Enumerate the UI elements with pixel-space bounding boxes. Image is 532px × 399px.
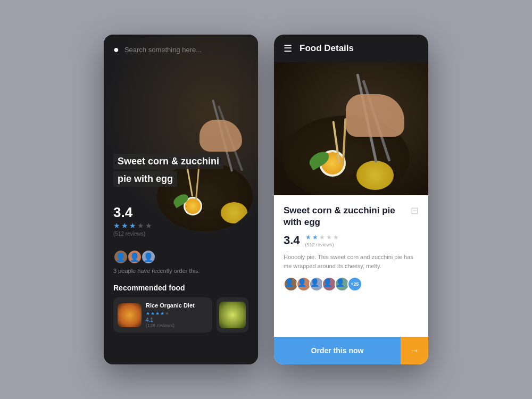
detail-rating-row: 3.4 ★ ★ ★ ★ ★ (512 reviews) — [284, 234, 419, 247]
star-3: ★ — [129, 221, 136, 230]
star-4: ★ — [137, 221, 144, 230]
hamburger-icon[interactable]: ☰ — [284, 44, 292, 53]
food-card-info-1: Rice Organic Diet ★ ★ ★ ★ ★ 4.1 (128 rev… — [146, 302, 208, 328]
recommended-food-row: Rice Organic Diet ★ ★ ★ ★ ★ 4.1 (128 rev… — [113, 297, 248, 332]
right-food-bowl — [282, 94, 420, 195]
right-food-image-area — [274, 62, 428, 195]
right-corn — [356, 161, 394, 190]
search-bar[interactable]: ● Search something here... — [113, 44, 248, 55]
detail-card: Sweet corn & zucchini pie with egg ⊟ 3.4… — [274, 195, 428, 337]
food-title-line2: pie with egg — [113, 171, 177, 187]
review-count: (512 reviews) — [113, 231, 152, 237]
recent-orderers-avatars: 👤 👤 👤 — [113, 250, 248, 264]
corn-decoration — [221, 202, 247, 223]
bookmark-icon[interactable]: ⊟ — [411, 205, 419, 217]
fc-star-1: ★ — [146, 311, 150, 316]
fc-star-3: ★ — [155, 311, 160, 316]
star-5: ★ — [145, 221, 152, 230]
food-thumb-image-2 — [219, 302, 246, 328]
d-star-1: ★ — [305, 234, 311, 241]
cta-arrow-button[interactable]: → — [401, 337, 428, 364]
food-card-small[interactable] — [217, 297, 248, 332]
right-phone-header: ☰ Food Details — [274, 35, 428, 62]
detail-stars-col: ★ ★ ★ ★ ★ (512 reviews) — [305, 234, 339, 247]
food-title-overlay: Sweet corn & zucchini pie with egg — [113, 154, 223, 189]
food-card-content: Rice Organic Diet ★ ★ ★ ★ ★ 4.1 (128 rev… — [118, 302, 208, 328]
avatar-3: 👤 — [141, 250, 156, 264]
search-placeholder[interactable]: Search something here... — [124, 46, 202, 54]
detail-stars: ★ ★ ★ ★ ★ — [305, 234, 339, 241]
fc-star-2: ★ — [151, 311, 155, 316]
star-2: ★ — [121, 221, 128, 230]
order-now-button[interactable]: Order this now — [274, 337, 401, 364]
left-food-image-area: ● Search something here... Sweet corn & … — [104, 35, 258, 237]
right-phone-card: ☰ Food Details Sweet corn & zucchini pie… — [274, 35, 428, 364]
food-card-reviews-1: (128 reviews) — [146, 323, 208, 328]
stars-row: ★ ★ ★ ★ ★ — [113, 221, 152, 230]
food-card-rice[interactable]: Rice Organic Diet ★ ★ ★ ★ ★ 4.1 (128 rev… — [113, 297, 212, 332]
avatar-2: 👤 — [127, 250, 142, 264]
fc-star-4: ★ — [160, 311, 164, 316]
d-star-2: ★ — [312, 234, 318, 241]
hand-decoration — [200, 120, 242, 152]
food-background: ● Search something here... Sweet corn & … — [104, 35, 258, 237]
left-bottom-section: 👤 👤 👤 3 peaple have recently order this.… — [104, 237, 258, 364]
detail-rating-number: 3.4 — [284, 234, 300, 247]
left-phone-card: ● Search something here... Sweet corn & … — [104, 35, 258, 364]
food-card-name-1: Rice Organic Diet — [146, 302, 208, 309]
detail-avatars-row: 👤 👤 👤 👤 👤 +25 — [284, 277, 419, 292]
fc-star-5: ★ — [165, 311, 169, 316]
people-text: 3 peaple have recently order this. — [113, 268, 248, 274]
left-rating-section: 3.4 ★ ★ ★ ★ ★ (512 reviews) — [113, 205, 152, 237]
d-star-4: ★ — [326, 234, 332, 241]
food-card-rating-1: 4.1 — [146, 317, 208, 323]
right-header-title: Food Details — [300, 43, 354, 54]
food-title-line1: Sweet corn & zucchini — [113, 154, 223, 169]
right-hand — [346, 94, 404, 137]
food-thumb-1 — [118, 303, 142, 327]
detail-avatar-plus: +25 — [347, 277, 362, 292]
star-1: ★ — [113, 221, 120, 230]
detail-review-count: (512 reviews) — [305, 242, 339, 247]
search-icon: ● — [113, 44, 119, 55]
avatar-1: 👤 — [113, 250, 128, 264]
recommended-section-title: Recommended food — [113, 284, 248, 292]
food-thumb-image-1 — [118, 303, 142, 327]
rating-number: 3.4 — [113, 205, 152, 219]
detail-header-row: Sweet corn & zucchini pie with egg ⊟ — [284, 205, 419, 228]
d-star-5: ★ — [333, 234, 339, 241]
detail-food-title: Sweet corn & zucchini pie with egg — [284, 205, 405, 228]
cta-row: Order this now → — [274, 337, 428, 364]
d-star-3: ★ — [319, 234, 325, 241]
food-card-stars-1: ★ ★ ★ ★ ★ — [146, 311, 208, 316]
detail-description: Hooooly pie. This sweet corn and zucchin… — [284, 253, 419, 270]
